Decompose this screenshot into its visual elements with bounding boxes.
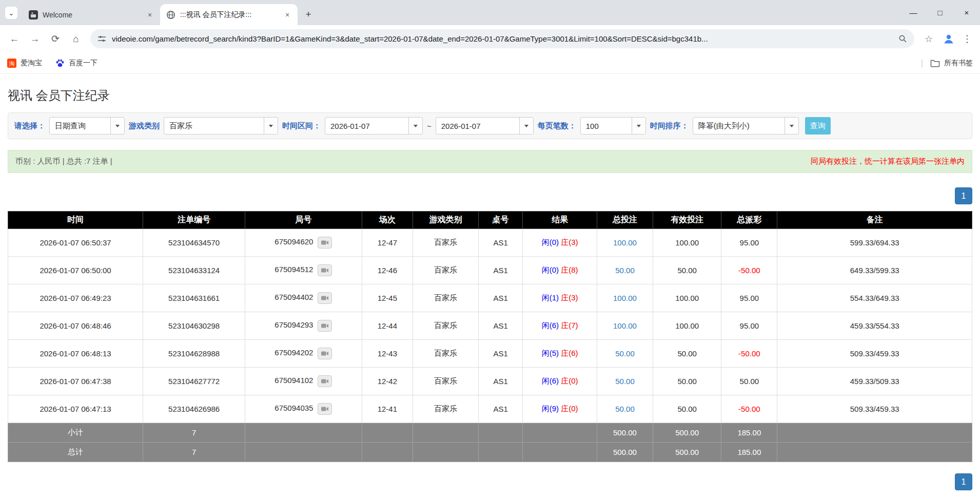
cell-bet-id: 523104633124 bbox=[143, 257, 245, 284]
bet-records-table: 时间注单编号局号场次游戏类别桌号结果总投注有效投注总派彩备注 2026-01-0… bbox=[8, 211, 972, 462]
tab-search-button[interactable]: ⌄ bbox=[5, 7, 17, 19]
column-header: 备注 bbox=[777, 212, 972, 229]
cell-payout: -50.00 bbox=[721, 340, 777, 368]
tab-bet-records[interactable]: :::视讯 会员下注纪录::: × bbox=[160, 4, 298, 25]
bookmark-star-icon[interactable]: ☆ bbox=[919, 30, 938, 48]
column-header: 有效投注 bbox=[653, 212, 721, 229]
home-button[interactable]: ⌂ bbox=[67, 30, 85, 48]
summary-bar: 币别 : 人民币 | 总共 :7 注单 | 同局有效投注，统一计算在该局第一张注… bbox=[8, 150, 972, 173]
search-button[interactable]: 查询 bbox=[805, 117, 831, 135]
tab-welcome[interactable]: Welcome × bbox=[23, 4, 160, 25]
cell-bet-id: 523104631661 bbox=[143, 284, 245, 312]
sort-select[interactable]: 降幂(由大到小) bbox=[693, 117, 799, 135]
date-start-select[interactable]: 2026-01-07 bbox=[325, 117, 423, 135]
query-type-select[interactable]: 日期查询 bbox=[49, 117, 125, 135]
total-bet-link[interactable]: 50.00 bbox=[615, 349, 635, 358]
profile-avatar-icon[interactable] bbox=[940, 30, 957, 48]
tab-strip: ⌄ Welcome × :::视讯 会员下注纪录::: × + — □ × bbox=[0, 0, 980, 25]
video-replay-icon[interactable] bbox=[318, 320, 332, 332]
forward-button[interactable]: → bbox=[26, 30, 44, 48]
cell-time: 2026-01-07 06:47:13 bbox=[8, 395, 143, 423]
bookmark-label: 爱淘宝 bbox=[21, 59, 42, 68]
all-bookmarks[interactable]: 所有书签 bbox=[930, 59, 973, 68]
footer-cell bbox=[777, 423, 972, 443]
chevron-down-icon[interactable] bbox=[408, 118, 422, 134]
result-banker: 庄(7) bbox=[561, 321, 578, 330]
cell-round-no: 675094620 bbox=[245, 229, 362, 257]
reload-button[interactable]: ⟳ bbox=[46, 30, 65, 48]
result-banker: 庄(8) bbox=[561, 265, 578, 274]
close-tab-icon[interactable]: × bbox=[145, 10, 155, 20]
cell-game-kind: 百家乐 bbox=[413, 368, 479, 395]
site-info-icon[interactable] bbox=[97, 34, 106, 43]
bookmark-baidu[interactable]: 百度一下 bbox=[55, 59, 97, 68]
result-banker: 庄(6) bbox=[561, 349, 578, 357]
cell-round-no: 675094293 bbox=[245, 312, 362, 340]
browser-menu-icon[interactable]: ⋮ bbox=[959, 30, 975, 48]
page-1-button[interactable]: 1 bbox=[955, 473, 972, 490]
url-text[interactable]: videoie.com/game/betrecord_search/kind3?… bbox=[112, 34, 893, 43]
total-bet-link[interactable]: 50.00 bbox=[615, 266, 635, 275]
chevron-down-icon[interactable] bbox=[110, 118, 124, 134]
footer-cell: 500.00 bbox=[653, 443, 721, 462]
cell-game-kind: 百家乐 bbox=[413, 257, 479, 284]
svg-text:淘: 淘 bbox=[9, 60, 15, 66]
chevron-down-icon[interactable] bbox=[785, 118, 798, 134]
cell-payout: 95.00 bbox=[721, 284, 777, 312]
video-replay-icon[interactable] bbox=[318, 375, 332, 387]
maximize-button[interactable]: □ bbox=[927, 0, 953, 25]
back-button[interactable]: ← bbox=[5, 30, 24, 48]
all-bookmarks-label: 所有书签 bbox=[944, 59, 973, 68]
new-tab-button[interactable]: + bbox=[301, 7, 316, 22]
page-size-select[interactable]: 100 bbox=[580, 117, 646, 135]
page-1-button[interactable]: 1 bbox=[955, 187, 972, 204]
cell-valid-bet: 50.00 bbox=[653, 340, 721, 368]
close-tab-icon[interactable]: × bbox=[282, 10, 292, 20]
video-replay-icon[interactable] bbox=[318, 292, 332, 304]
date-end-select[interactable]: 2026-01-07 bbox=[436, 117, 534, 135]
video-replay-icon[interactable] bbox=[318, 348, 332, 359]
column-header: 总派彩 bbox=[721, 212, 777, 229]
total-bet-link[interactable]: 100.00 bbox=[613, 238, 637, 247]
date-start-value: 2026-01-07 bbox=[325, 122, 408, 130]
address-bar[interactable]: videoie.com/game/betrecord_search/kind3?… bbox=[90, 29, 914, 48]
total-bet-link[interactable]: 100.00 bbox=[613, 294, 637, 302]
footer-cell: 500.00 bbox=[653, 423, 721, 443]
game-kind-select[interactable]: 百家乐 bbox=[164, 117, 278, 135]
total-bet-link[interactable]: 100.00 bbox=[613, 321, 637, 330]
chevron-down-icon[interactable] bbox=[264, 118, 278, 134]
footer-cell: 总计 bbox=[8, 443, 143, 462]
chevron-down-icon[interactable] bbox=[632, 118, 645, 134]
total-bet-link[interactable]: 50.00 bbox=[615, 377, 635, 386]
round-number: 675094035 bbox=[275, 404, 313, 412]
game-kind-label: 游戏类别 bbox=[129, 121, 160, 131]
video-replay-icon[interactable] bbox=[318, 403, 332, 415]
bookmark-label: 百度一下 bbox=[69, 59, 97, 68]
cell-result: 闲(0) 庄(8) bbox=[523, 257, 597, 284]
bookmark-aitaobao[interactable]: 淘 爱淘宝 bbox=[7, 59, 42, 68]
window-controls: — □ × bbox=[900, 0, 980, 25]
minimize-button[interactable]: — bbox=[900, 0, 927, 25]
cell-session: 12-45 bbox=[362, 284, 413, 312]
result-banker: 庄(0) bbox=[561, 404, 578, 413]
chevron-down-icon[interactable] bbox=[519, 118, 533, 134]
cell-result: 闲(0) 庄(3) bbox=[523, 229, 597, 257]
cell-payout: 95.00 bbox=[721, 229, 777, 257]
close-window-button[interactable]: × bbox=[953, 0, 980, 25]
cell-valid-bet: 100.00 bbox=[653, 229, 721, 257]
query-type-value: 日期查询 bbox=[50, 121, 110, 131]
cell-result: 闲(9) 庄(0) bbox=[523, 395, 597, 423]
total-bet-link[interactable]: 50.00 bbox=[615, 405, 635, 413]
bet-record-row: 2026-01-07 06:47:38523104627772675094102… bbox=[8, 368, 972, 395]
video-replay-icon[interactable] bbox=[318, 264, 332, 276]
cell-game-kind: 百家乐 bbox=[413, 284, 479, 312]
cell-time: 2026-01-07 06:48:46 bbox=[8, 312, 143, 340]
zoom-icon[interactable] bbox=[898, 34, 907, 43]
cell-valid-bet: 50.00 bbox=[653, 368, 721, 395]
pagination-bottom: 1 bbox=[8, 473, 972, 490]
video-replay-icon[interactable] bbox=[318, 237, 332, 249]
footer-cell: 小计 bbox=[8, 423, 143, 443]
tab-title: :::视讯 会员下注纪录::: bbox=[180, 10, 278, 20]
sort-value: 降幂(由大到小) bbox=[693, 121, 785, 131]
cell-note: 459.33/509.33 bbox=[777, 368, 972, 395]
